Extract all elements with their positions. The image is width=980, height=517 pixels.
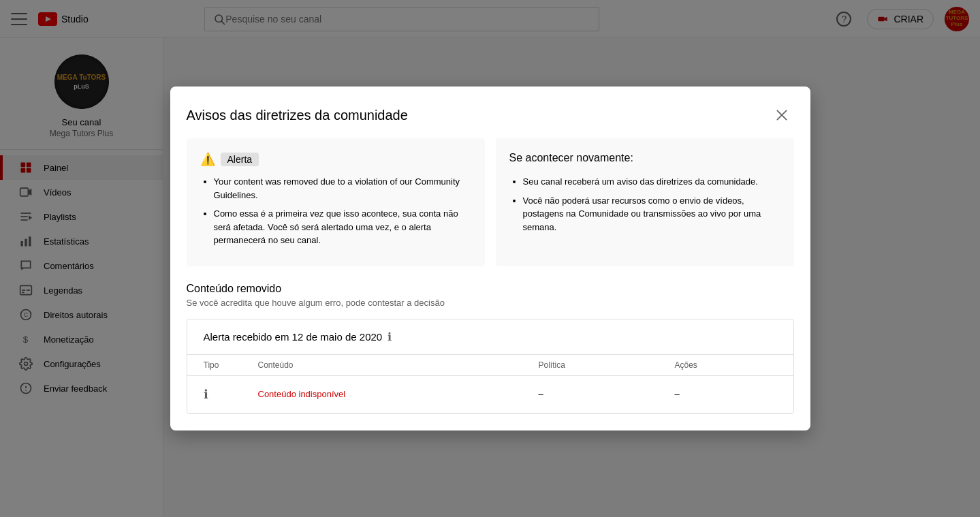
modal-header: Avisos das diretrizes da comunidade bbox=[170, 87, 810, 138]
consequence-title: Se acontecer novamente: bbox=[509, 152, 633, 164]
table-row: ℹ Conteúdo indisponível – – bbox=[187, 376, 793, 413]
alert-table-header: Alerta recebido em 12 de maio de 2020 ℹ bbox=[187, 319, 793, 355]
row-politica: – bbox=[539, 389, 675, 399]
modal-title: Avisos das diretrizes da comunidade bbox=[187, 108, 408, 123]
modal-body: ⚠️ Alerta Your content was removed due t… bbox=[170, 138, 810, 430]
col-politica: Política bbox=[539, 360, 675, 370]
alert-table-title: Alerta recebido em 12 de maio de 2020 bbox=[204, 331, 383, 343]
table-header-row: Tipo Conteúdo Política Ações bbox=[187, 355, 793, 376]
row-acoes: – bbox=[675, 389, 777, 399]
removed-content-title: Conteúdo removido bbox=[187, 283, 794, 295]
alert-table-container: Alerta recebido em 12 de maio de 2020 ℹ … bbox=[187, 319, 794, 414]
table-info-icon[interactable]: ℹ bbox=[388, 330, 392, 343]
alert-sections: ⚠️ Alerta Your content was removed due t… bbox=[187, 138, 794, 266]
col-acoes: Ações bbox=[675, 360, 777, 370]
col-conteudo: Conteúdo bbox=[258, 360, 539, 370]
removed-content-section: Conteúdo removido Se você acredita que h… bbox=[187, 283, 794, 414]
alert-header: ⚠️ Alerta bbox=[200, 152, 471, 167]
alert-bullets: Your content was removed due to a violat… bbox=[200, 175, 471, 247]
consequence-bullets: Seu canal receberá um aviso das diretriz… bbox=[509, 175, 780, 234]
consequence-bullet-2: Você não poderá usar recursos como o env… bbox=[523, 194, 780, 234]
row-type-icon: ℹ bbox=[204, 387, 258, 402]
modal-close-button[interactable] bbox=[770, 103, 794, 127]
col-tipo: Tipo bbox=[204, 360, 258, 370]
removed-content-subtitle: Se você acredita que houve algum erro, p… bbox=[187, 298, 794, 308]
alert-bullet-1: Your content was removed due to a violat… bbox=[214, 175, 471, 202]
consequence-box: Se acontecer novamente: Seu canal recebe… bbox=[496, 138, 794, 266]
alert-badge: Alerta bbox=[221, 153, 259, 166]
consequence-header: Se acontecer novamente: bbox=[509, 152, 780, 167]
alert-bullet-2: Como essa é a primeira vez que isso acon… bbox=[214, 207, 471, 247]
community-guidelines-modal: Avisos das diretrizes da comunidade ⚠️ A… bbox=[170, 87, 810, 430]
modal-overlay: Avisos das diretrizes da comunidade ⚠️ A… bbox=[0, 0, 980, 517]
alert-box: ⚠️ Alerta Your content was removed due t… bbox=[187, 138, 485, 266]
warning-icon: ⚠️ bbox=[200, 152, 215, 167]
removed-content-table: Tipo Conteúdo Política Ações ℹ Conteúdo … bbox=[187, 355, 793, 413]
row-content-link[interactable]: Conteúdo indisponível bbox=[258, 389, 539, 399]
consequence-bullet-1: Seu canal receberá um aviso das diretriz… bbox=[523, 175, 780, 189]
